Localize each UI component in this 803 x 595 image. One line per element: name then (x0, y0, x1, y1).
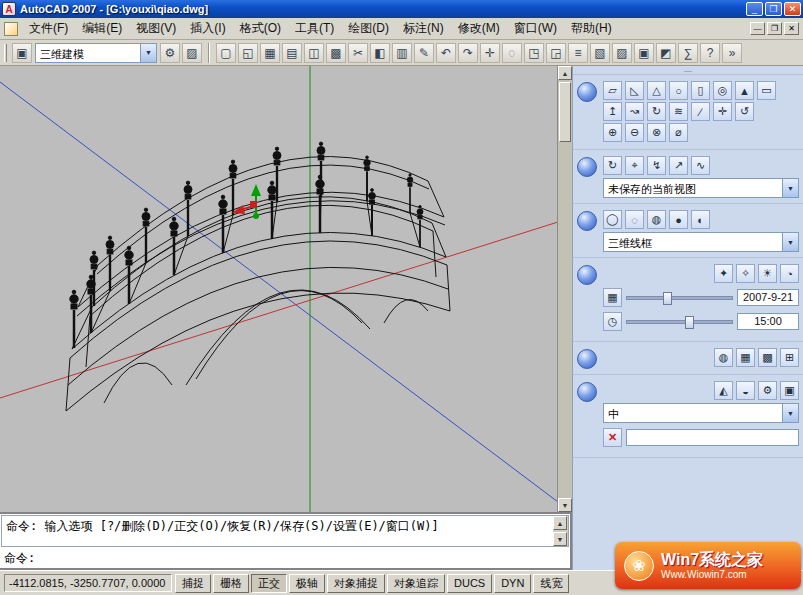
time-field[interactable]: 15:00 (737, 313, 799, 330)
zoom-window-icon[interactable]: ◳ (524, 43, 544, 63)
extrude-icon[interactable]: ↥ (603, 102, 622, 121)
status-toggle-button[interactable]: 捕捉 (175, 574, 211, 593)
render-cancel-button[interactable]: ✕ (603, 428, 622, 447)
intersect-icon[interactable]: ⊗ (647, 123, 666, 142)
subtract-icon[interactable]: ⊖ (625, 123, 644, 142)
planar-mapping-icon[interactable]: ▦ (736, 348, 755, 367)
union-icon[interactable]: ⊕ (603, 123, 622, 142)
scrollbar-thumb[interactable] (559, 82, 571, 142)
scroll-up-icon[interactable]: ▲ (558, 66, 572, 80)
menu-item[interactable]: 编辑(E) (75, 18, 129, 39)
status-toggle-button[interactable]: 对象追踪 (387, 574, 445, 593)
coordinate-readout[interactable]: -4112.0815, -3250.7707, 0.0000 (4, 574, 172, 592)
revolve-icon[interactable]: ↻ (647, 102, 666, 121)
scroll-down-icon[interactable]: ▼ (558, 498, 572, 512)
box-icon[interactable]: ▱ (603, 81, 622, 100)
dashboard-grip[interactable]: — (573, 66, 803, 75)
plot-preview-icon[interactable]: ◫ (304, 43, 324, 63)
camera-icon[interactable]: ⌖ (625, 156, 644, 175)
fly-icon[interactable]: ↗ (669, 156, 688, 175)
command-window[interactable]: 命令: 输入选项 [?/删除(D)/正交(O)/恢复(R)/保存(S)/设置(E… (0, 512, 572, 570)
sun-status-icon[interactable]: ☀ (758, 264, 777, 283)
menu-item[interactable]: 修改(M) (451, 18, 507, 39)
menu-item[interactable]: 格式(O) (233, 18, 288, 39)
status-toggle-button[interactable]: DYN (494, 574, 531, 593)
render-quality-dropdown[interactable]: 中 ▼ (603, 403, 799, 423)
3d-make-panel-icon[interactable] (577, 82, 597, 102)
status-toggle-button[interactable]: DUCS (447, 574, 492, 593)
cylinder-icon[interactable]: ▯ (691, 81, 710, 100)
materials-icon[interactable]: ◍ (714, 348, 733, 367)
undo-icon[interactable]: ↶ (436, 43, 456, 63)
sheetset-manager-icon[interactable]: ▣ (634, 43, 654, 63)
status-toggle-button[interactable]: 线宽 (533, 574, 569, 593)
3d-move-icon[interactable]: ✛ (713, 102, 732, 121)
wedge-icon[interactable]: ◺ (625, 81, 644, 100)
clock-icon[interactable]: ◷ (603, 312, 622, 331)
visual-style-panel-icon[interactable] (577, 211, 597, 231)
chevron-down-icon[interactable]: ▼ (782, 179, 798, 197)
render-settings-icon[interactable]: ⚙ (758, 381, 777, 400)
render-icon[interactable]: ◭ (714, 381, 733, 400)
tool-palettes-icon[interactable]: ▨ (612, 43, 632, 63)
time-slider-thumb[interactable] (685, 316, 694, 329)
wireframe-3d-icon[interactable]: ◌ (625, 210, 644, 229)
menu-item[interactable]: 工具(T) (288, 18, 341, 39)
command-prompt[interactable]: 命令: (0, 548, 570, 566)
cut-icon[interactable]: ✂ (348, 43, 368, 63)
pan-icon[interactable]: ✛ (480, 43, 500, 63)
sky-icon[interactable]: ◔ (780, 264, 799, 283)
workspace-settings-icon[interactable]: ⚙ (160, 43, 180, 63)
slice-icon[interactable]: ∕ (691, 102, 710, 121)
status-toggle-button[interactable]: 正交 (251, 574, 287, 593)
hidden-icon[interactable]: ◍ (647, 210, 666, 229)
light-panel-icon[interactable] (577, 265, 597, 285)
interference-icon[interactable]: ⌀ (669, 123, 688, 142)
minimize-button[interactable]: _ (746, 2, 763, 16)
publish-icon[interactable]: ▩ (326, 43, 346, 63)
properties-icon[interactable]: ≡ (568, 43, 588, 63)
mdi-restore-button[interactable]: ❐ (767, 22, 782, 35)
animation-icon[interactable]: ∿ (691, 156, 710, 175)
conceptual-icon[interactable]: ◐ (691, 210, 710, 229)
designcenter-icon[interactable]: ▧ (590, 43, 610, 63)
menu-item[interactable]: 帮助(H) (564, 18, 619, 39)
box-mapping-icon[interactable]: ▩ (758, 348, 777, 367)
sphere-icon[interactable]: ○ (669, 81, 688, 100)
polysolid-icon[interactable]: ▭ (757, 81, 776, 100)
open-icon[interactable]: ◱ (238, 43, 258, 63)
status-toggle-button[interactable]: 极轴 (289, 574, 325, 593)
render-panel-icon[interactable] (577, 382, 597, 402)
zoom-previous-icon[interactable]: ◲ (546, 43, 566, 63)
menu-item[interactable]: 窗口(W) (507, 18, 564, 39)
status-toggle-button[interactable]: 对象捕捉 (327, 574, 385, 593)
menu-item[interactable]: 插入(I) (183, 18, 232, 39)
wireframe-2d-icon[interactable]: ◯ (603, 210, 622, 229)
drawing-canvas[interactable] (0, 66, 558, 512)
cone-icon[interactable]: △ (647, 81, 666, 100)
menu-item[interactable]: 标注(N) (396, 18, 451, 39)
attach-material-icon[interactable]: ⊞ (780, 348, 799, 367)
match-properties-icon[interactable]: ✎ (414, 43, 434, 63)
date-slider-thumb[interactable] (663, 292, 672, 305)
date-slider[interactable] (626, 296, 733, 300)
date-field[interactable]: 2007-9-21 (737, 289, 799, 306)
workspaces-icon[interactable]: ▣ (12, 43, 32, 63)
materials-panel-icon[interactable] (577, 349, 597, 369)
spot-light-icon[interactable]: ✧ (736, 264, 755, 283)
qnew-icon[interactable]: ▢ (216, 43, 236, 63)
walk-icon[interactable]: ↯ (647, 156, 666, 175)
redo-icon[interactable]: ↷ (458, 43, 478, 63)
view-dropdown[interactable]: 未保存的当前视图 ▼ (603, 178, 799, 198)
command-history[interactable]: 命令: 输入选项 [?/删除(D)/正交(O)/恢复(R)/保存(S)/设置(E… (1, 515, 569, 547)
chevron-down-icon[interactable]: ▼ (140, 44, 156, 62)
pyramid-icon[interactable]: ▲ (735, 81, 754, 100)
render-environment-icon[interactable]: ◒ (736, 381, 755, 400)
render-output-field[interactable] (626, 429, 799, 446)
menu-item[interactable]: 视图(V) (129, 18, 183, 39)
3d-navigate-panel-icon[interactable] (577, 157, 597, 177)
restore-button[interactable]: ❐ (765, 2, 782, 16)
3d-rotate-icon[interactable]: ↺ (735, 102, 754, 121)
status-toggle-button[interactable]: 栅格 (213, 574, 249, 593)
toolbar-overflow-icon[interactable]: » (722, 43, 742, 63)
